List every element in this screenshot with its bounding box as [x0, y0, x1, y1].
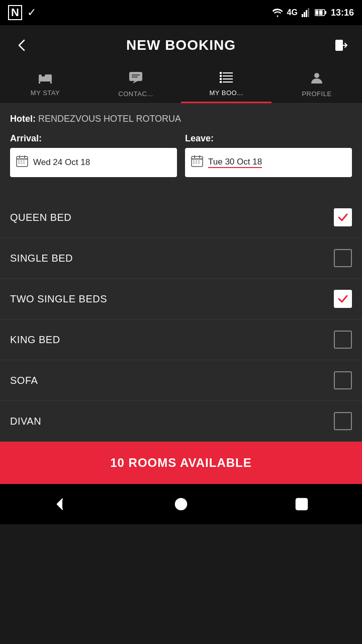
back-nav-button[interactable]	[45, 489, 75, 519]
svg-point-24	[314, 73, 319, 78]
svg-rect-32	[18, 163, 20, 164]
top-bar: NEW BOOKING	[0, 25, 362, 65]
queen-bed-checkbox[interactable]	[334, 208, 352, 226]
wifi-icon	[272, 8, 283, 17]
svg-rect-27	[19, 155, 20, 158]
hotel-name: RENDEZVOUS HOTEL ROTORUA	[38, 114, 181, 124]
hotel-info: Hotel: RENDEZVOUS HOTEL ROTORUA	[10, 114, 352, 124]
king-bed-label: KING BED	[10, 334, 60, 346]
sofa-label: SOFA	[10, 375, 38, 386]
svg-point-45	[175, 499, 187, 510]
arrival-date-picker[interactable]: Wed 24 Oct 18	[10, 148, 177, 177]
svg-rect-13	[129, 72, 142, 81]
svg-rect-19	[223, 75, 233, 76]
svg-rect-39	[193, 160, 195, 162]
status-bar: N ✓ 4G 13:16	[0, 0, 362, 25]
status-bar-right: 4G 13:16	[272, 8, 354, 18]
hotel-label: Hotel:	[10, 114, 36, 124]
svg-rect-2	[306, 10, 307, 17]
svg-rect-16	[220, 72, 222, 74]
4g-icon: 4G	[287, 8, 298, 17]
two-single-beds-label: TWO SINGLE BEDS	[10, 293, 107, 305]
tab-contact[interactable]: CONTAC...	[90, 65, 181, 103]
list-icon	[219, 71, 233, 87]
queen-bed-label: QUEEN BED	[10, 212, 71, 223]
svg-rect-44	[198, 163, 200, 164]
svg-rect-20	[220, 78, 222, 80]
list-item-sofa[interactable]: SOFA	[0, 360, 362, 401]
leave-label: Leave:	[185, 133, 352, 144]
divan-label: DIVAN	[10, 416, 41, 427]
page-title: NEW BOOKING	[32, 37, 330, 53]
svg-rect-36	[192, 158, 203, 159]
divan-checkbox[interactable]	[334, 412, 352, 430]
svg-rect-12	[50, 82, 52, 84]
check-icon: ✓	[27, 6, 36, 19]
svg-rect-33	[21, 163, 22, 164]
status-bar-left: N ✓	[8, 5, 36, 20]
sofa-checkbox[interactable]	[334, 371, 352, 389]
svg-rect-11	[39, 82, 40, 84]
svg-rect-43	[196, 163, 197, 164]
arrival-group: Arrival: Wed 24	[10, 133, 177, 177]
svg-rect-29	[18, 160, 20, 162]
single-bed-label: SINGLE BED	[10, 253, 73, 264]
svg-rect-34	[23, 163, 25, 164]
tab-my-stay[interactable]: MY STAY	[0, 65, 90, 103]
svg-rect-0	[302, 14, 303, 17]
home-nav-button[interactable]	[166, 489, 196, 519]
svg-rect-9	[39, 74, 42, 77]
svg-rect-46	[296, 499, 307, 510]
svg-rect-3	[308, 8, 309, 17]
chat-icon	[129, 71, 143, 88]
svg-rect-1	[304, 12, 305, 17]
tab-contact-label: CONTAC...	[118, 90, 153, 98]
list-item-king-bed[interactable]: KING BED	[0, 319, 362, 360]
svg-rect-40	[196, 160, 197, 162]
leave-date-value: Tue 30 Oct 18	[208, 157, 262, 168]
arrival-date-value: Wed 24 Oct 18	[33, 157, 90, 168]
time-display: 13:16	[331, 8, 354, 18]
svg-rect-30	[21, 160, 22, 162]
leave-date-picker[interactable]: Tue 30 Oct 18	[185, 148, 352, 177]
svg-rect-22	[220, 81, 222, 83]
svg-rect-26	[17, 158, 28, 159]
svg-rect-21	[223, 78, 233, 79]
svg-rect-31	[23, 160, 25, 162]
person-icon	[310, 71, 323, 88]
tab-profile[interactable]: PROFILE	[272, 65, 362, 103]
arrival-label: Arrival:	[10, 133, 177, 144]
room-options-list: QUEEN BED SINGLE BED TWO SINGLE BEDS KIN…	[0, 197, 362, 442]
tab-bar: MY STAY CONTAC... MY BOO	[0, 65, 362, 104]
availability-button[interactable]: 10 ROOMS AVAILABLE	[0, 442, 362, 484]
svg-rect-10	[45, 74, 52, 77]
svg-rect-18	[220, 75, 222, 77]
calendar-icon-arrival	[16, 155, 28, 170]
tab-my-stay-label: MY STAY	[31, 89, 60, 97]
battery-icon	[315, 9, 327, 16]
bed-icon	[38, 71, 53, 87]
logout-button[interactable]	[330, 34, 352, 56]
svg-rect-42	[193, 163, 195, 164]
single-bed-checkbox[interactable]	[334, 249, 352, 267]
svg-rect-28	[24, 155, 25, 158]
list-item-queen-bed[interactable]: QUEEN BED	[0, 197, 362, 238]
two-single-beds-checkbox[interactable]	[334, 290, 352, 308]
tab-profile-label: PROFILE	[302, 90, 331, 98]
tab-my-booking[interactable]: MY BOO...	[181, 65, 272, 103]
content-area: Hotel: RENDEZVOUS HOTEL ROTORUA Arrival:	[0, 104, 362, 197]
list-item-single-bed[interactable]: SINGLE BED	[0, 238, 362, 279]
back-button[interactable]	[10, 34, 32, 56]
svg-rect-17	[223, 72, 233, 73]
list-item-divan[interactable]: DIVAN	[0, 401, 362, 442]
bottom-nav	[0, 484, 362, 524]
svg-rect-38	[199, 155, 200, 158]
signal-icon	[302, 8, 311, 17]
notch-icon: N	[8, 5, 22, 20]
recents-nav-button[interactable]	[287, 489, 317, 519]
svg-rect-23	[223, 82, 233, 83]
king-bed-checkbox[interactable]	[334, 331, 352, 349]
svg-rect-41	[198, 160, 200, 162]
list-item-two-single-beds[interactable]: TWO SINGLE BEDS	[0, 279, 362, 319]
svg-rect-6	[325, 11, 326, 14]
